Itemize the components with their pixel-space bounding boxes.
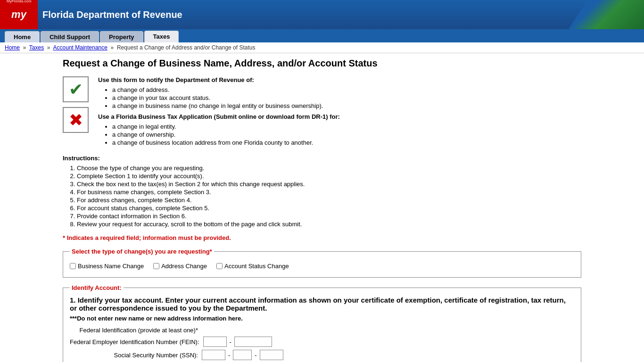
instruction-3: Check the box next to the tax(es) in Sec…: [77, 181, 581, 188]
intro-item-3: a change in business name (no change in …: [112, 102, 581, 109]
header-title: Florida Department of Revenue: [42, 9, 182, 20]
intro-list: a change of address. a change in your ta…: [112, 86, 581, 109]
instruction-1: Choose the type of change you are reques…: [77, 165, 581, 172]
instruction-7: Provide contact information in Section 6…: [77, 213, 581, 220]
main-content: Request a Change of Business Name, Addre…: [53, 53, 591, 362]
identify-account-legend: Identify Account:: [70, 284, 124, 291]
florida-list: a change in legal entity. a change of ow…: [112, 123, 581, 146]
account-status-change-text: Account Status Change: [224, 263, 289, 270]
fein-input-part1[interactable]: [203, 337, 227, 347]
page-title: Request a Change of Business Name, Addre…: [63, 58, 581, 69]
change-type-fieldset: Select the type of change(s) you are req…: [63, 248, 581, 278]
instruction-2: Complete Section 1 to identify your acco…: [77, 173, 581, 180]
breadcrumb: Home » Taxes » Account Maintenance » Req…: [0, 42, 644, 53]
identify-account-fieldset: Identify Account: 1. Identify your tax a…: [63, 284, 581, 362]
intro-heading: Use this form to notify the Department o…: [98, 76, 254, 83]
header: MyFlorida.com my Florida Department of R…: [0, 0, 644, 29]
business-name-change-label[interactable]: Business Name Change: [70, 263, 144, 270]
address-change-checkbox[interactable]: [153, 263, 159, 269]
breadcrumb-home[interactable]: Home: [5, 44, 20, 51]
header-logo: MyFlorida.com my: [0, 0, 38, 29]
ssn-separator-1: -: [228, 352, 230, 359]
fein-separator: -: [230, 338, 231, 346]
address-change-label[interactable]: Address Change: [153, 263, 207, 270]
ssn-row: Social Security Number (SSN): - -: [70, 350, 574, 360]
federal-id-label: Federal Identification (provide at least…: [70, 327, 202, 334]
checkmark-icon: ✔: [69, 80, 83, 99]
icon-column: ✔ ✖: [63, 76, 89, 150]
intro-item-2: a change in your tax account status.: [112, 94, 581, 101]
required-note: * Indicates a required field; informatio…: [63, 234, 581, 241]
no-new-info: ***Do not enter new name or new address …: [70, 315, 574, 322]
ssn-separator-2: -: [255, 352, 256, 359]
nav-tab-child-support[interactable]: Child Support: [41, 31, 99, 42]
instruction-5: For address changes, complete Section 4.: [77, 197, 581, 204]
instructions-label: Instructions:: [63, 155, 581, 162]
nav-tab-home[interactable]: Home: [5, 31, 40, 42]
business-name-change-checkbox[interactable]: [70, 263, 76, 269]
logo-my-text: my: [11, 8, 26, 20]
intro-section: ✔ ✖ Use this form to notify the Departme…: [63, 76, 581, 150]
florida-item-2: a change of ownership.: [112, 131, 581, 138]
fein-inputs: -: [203, 337, 272, 347]
instruction-4: For business name changes, complete Sect…: [77, 189, 581, 196]
required-asterisk: *: [63, 234, 67, 241]
section-1-bold: Identify your tax account.: [78, 296, 164, 304]
change-type-legend: Select the type of change(s) you are req…: [70, 248, 214, 255]
fein-input-part2[interactable]: [234, 337, 272, 347]
section-1-title: 1. Identify your tax account. Enter your…: [70, 296, 574, 312]
fein-row: Federal Employer Identification Number (…: [70, 337, 574, 347]
federal-id-row: Federal Identification (provide at least…: [70, 327, 574, 334]
main-nav: Home Child Support Property Taxes: [0, 29, 644, 42]
instruction-8: Review your request for accuracy, scroll…: [77, 221, 581, 228]
intro-text: Use this form to notify the Department o…: [98, 76, 581, 150]
florida-item-3: a change of business location address fr…: [112, 139, 581, 146]
section-1-number: 1.: [70, 296, 76, 304]
instructions-list: Choose the type of change you are reques…: [77, 165, 581, 228]
fein-label: Federal Employer Identification Number (…: [70, 338, 203, 346]
myflorida-label: MyFlorida.com: [7, 0, 31, 3]
crossmark-box: ✖: [63, 107, 89, 133]
business-name-change-text: Business Name Change: [78, 263, 144, 270]
ssn-inputs: - -: [202, 350, 283, 360]
header-palm-decoration: [550, 0, 644, 29]
account-status-change-checkbox[interactable]: [216, 263, 223, 269]
breadcrumb-taxes[interactable]: Taxes: [29, 44, 44, 51]
intro-item-1: a change of address.: [112, 86, 581, 93]
florida-item-1: a change in legal entity.: [112, 123, 581, 130]
nav-tab-taxes[interactable]: Taxes: [144, 31, 179, 42]
ssn-input-part2[interactable]: [233, 350, 252, 360]
breadcrumb-account-maintenance[interactable]: Account Maintenance: [53, 44, 107, 51]
checkmark-box: ✔: [63, 76, 89, 102]
nav-tab-property[interactable]: Property: [100, 31, 143, 42]
account-status-change-label[interactable]: Account Status Change: [216, 263, 289, 270]
instructions-section: Instructions: Choose the type of change …: [63, 155, 581, 228]
ssn-input-part3[interactable]: [260, 350, 283, 360]
florida-heading: Use a Florida Business Tax Application (…: [98, 113, 340, 120]
address-change-text: Address Change: [161, 263, 207, 270]
instruction-6: For account status changes, complete Sec…: [77, 205, 581, 212]
breadcrumb-current: Request a Change of Address and/or Chang…: [117, 44, 256, 51]
required-text: Indicates a required field; information …: [67, 234, 231, 241]
change-types-container: Business Name Change Address Change Acco…: [70, 260, 574, 272]
ssn-label: Social Security Number (SSN):: [70, 352, 202, 359]
ssn-input-part1[interactable]: [202, 350, 225, 360]
crossmark-icon: ✖: [69, 110, 83, 130]
